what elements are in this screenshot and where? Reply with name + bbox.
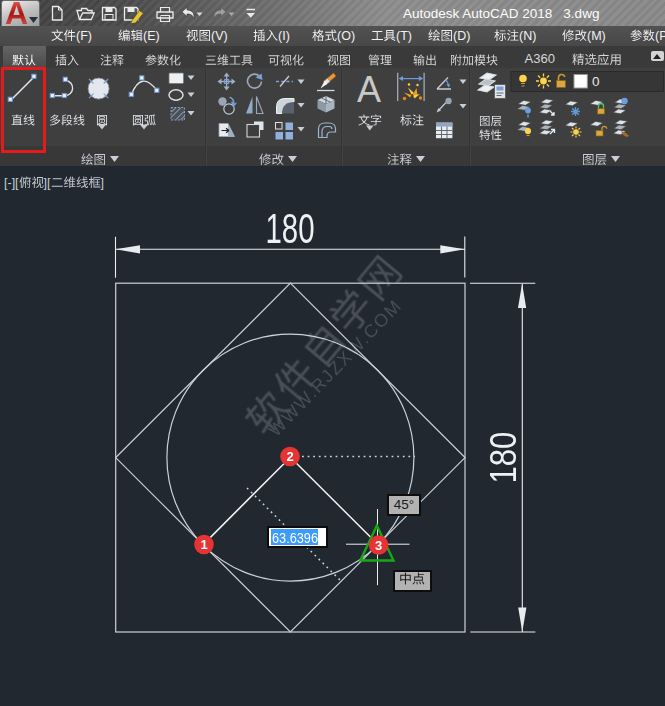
svg-text:0: 0: [592, 74, 600, 89]
svg-text:63.6396: 63.6396: [272, 529, 318, 546]
svg-text:A: A: [357, 69, 381, 110]
